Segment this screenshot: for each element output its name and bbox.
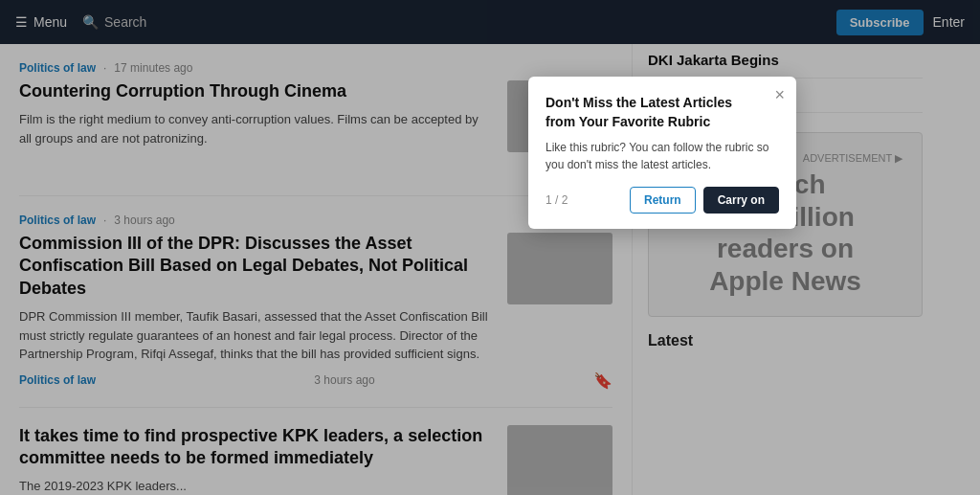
- modal-pagination: 1 / 2: [546, 193, 568, 207]
- modal-return-button[interactable]: Return: [630, 187, 696, 214]
- modal-body: Like this rubric? You can follow the rub…: [546, 139, 779, 173]
- modal-footer: 1 / 2 Return Carry on: [546, 187, 779, 214]
- modal-dialog: × Don't Miss the Latest Articles from Yo…: [528, 77, 796, 229]
- modal-overlay: × Don't Miss the Latest Articles from Yo…: [0, 0, 980, 495]
- modal-carryon-button[interactable]: Carry on: [703, 187, 779, 214]
- modal-title: Don't Miss the Latest Articles from Your…: [546, 94, 779, 131]
- modal-actions: Return Carry on: [630, 187, 779, 214]
- modal-close-button[interactable]: ×: [774, 86, 785, 103]
